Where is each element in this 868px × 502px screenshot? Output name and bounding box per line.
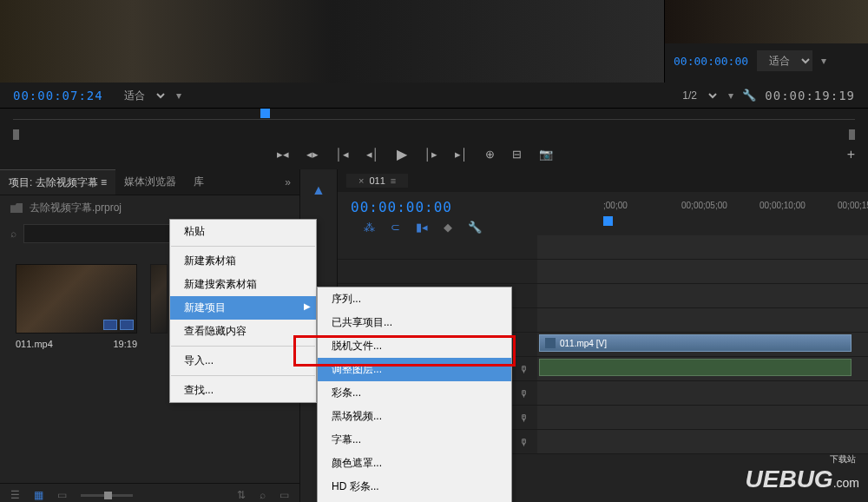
menu-view-hidden[interactable]: 查看隐藏内容 [170,320,316,343]
project-footer: ☰ ▦ ▭ ⇅ ⌕ ▭ [0,483,299,502]
mark-out-icon[interactable]: ◂▸ [306,148,319,161]
project-filename: 去除视频字幕.prproj [30,201,122,215]
mic-icon[interactable]: 🎙 [519,364,529,374]
search-icon: ⌕ [10,228,16,240]
submenu-color-matte[interactable]: 颜色遮罩... [318,452,511,475]
menu-find[interactable]: 查找... [170,379,316,402]
program-thumb[interactable] [665,0,868,43]
thumb-size-slider[interactable] [81,494,133,497]
tab-library[interactable]: 库 [185,169,213,195]
video-badge-icon [103,320,117,330]
submenu-captions[interactable]: 字幕... [318,428,511,452]
out-mark[interactable] [849,129,855,140]
audio-clip[interactable] [539,359,852,376]
fit-dropdown[interactable]: 适合 [112,87,168,104]
play-icon[interactable]: ▶ [397,146,407,162]
snap-icon[interactable]: ⁂ [364,221,375,234]
list-view-icon[interactable]: ☰ [10,489,20,501]
submenu-shared-project[interactable]: 已共享项目... [318,311,511,334]
preview-area: 00:00:00:00 适合 ▾ [0,0,868,83]
sequence-tab[interactable]: × 011 ≡ [346,174,408,188]
folder-icon [10,203,23,213]
thumb-image[interactable] [16,264,137,334]
context-submenu-new-item: 序列... 已共享项目... 脱机文件... 调整图层... 彩条... 黑场视… [317,287,512,502]
mic-icon[interactable]: 🎙 [519,388,529,399]
go-in-icon[interactable]: │◂ [336,148,349,161]
mic-icon[interactable]: 🎙 [519,437,529,447]
submenu-adjustment-layer[interactable]: 调整图层... [318,358,511,381]
tab-project[interactable]: 项目: 去除视频字幕 ≡ [0,169,115,195]
project-item[interactable]: 011.mp4 19:19 [16,264,137,349]
chevron-right-icon: ▶ [304,301,311,311]
fx-badge-icon [545,338,556,348]
playback-controls: ▸◂ ◂▸ │◂ ◂│ ▶ │▸ ▸│ ⊕ ⊟ 📷 + [0,139,868,169]
menu-new-item[interactable]: 新建项目▶ [170,296,316,320]
wrench-icon[interactable]: 🔧 [742,89,756,102]
freeform-view-icon[interactable]: ▭ [57,489,67,501]
tab-media-browser[interactable]: 媒体浏览器 [115,169,185,195]
selection-tool-icon[interactable]: ▲ [305,176,332,204]
linked-sel-icon[interactable]: ⊂ [391,221,400,234]
program-monitor: 00:00:00:00 适合 ▾ [664,0,868,83]
timeline-playhead[interactable] [603,216,613,226]
zoom-dropdown[interactable]: 1/2 [670,87,720,104]
insert-icon[interactable]: ⊕ [485,148,495,161]
duration-timecode: 00:00:19:19 [765,89,855,102]
overwrite-icon[interactable]: ⊟ [512,148,522,161]
menu-new-bin[interactable]: 新建素材箱 [170,249,316,273]
icon-view-icon[interactable]: ▦ [34,489,43,501]
program-fit-dropdown[interactable]: 适合 [757,50,812,71]
project-tabs: 项目: 去除视频字幕 ≡ 媒体浏览器 库 » [0,169,299,195]
menu-new-search-bin[interactable]: 新建搜索素材箱 [170,273,316,296]
submenu-countdown[interactable]: 通用倒计时片头... [318,499,511,502]
close-icon[interactable]: × [358,175,364,186]
step-fwd-icon[interactable]: │▸ [424,148,437,161]
timeline-timecode[interactable]: 00:00:00:00 [351,192,495,215]
step-back-icon[interactable]: ◂│ [366,148,379,161]
go-out-icon[interactable]: ▸│ [455,148,468,161]
in-mark[interactable] [13,129,19,140]
sort-icon[interactable]: ⇅ [237,489,246,501]
project-path: 去除视频字幕.prproj [0,195,299,221]
submenu-sequence[interactable]: 序列... [318,287,511,311]
settings-icon[interactable]: ◆ [444,221,452,234]
menu-paste[interactable]: 粘贴 [170,220,316,243]
mic-icon[interactable]: 🎙 [519,413,529,423]
menu-import[interactable]: 导入... [170,349,316,373]
viewer-controls: 00:00:07:24 适合 ▾ 1/2 ▾ 🔧 00:00:19:19 [0,83,868,109]
context-menu: 粘贴 新建素材箱 新建搜索素材箱 新建项目▶ 查看隐藏内容 导入... 查找..… [169,219,317,403]
submenu-offline-file[interactable]: 脱机文件... [318,334,511,358]
source-timecode[interactable]: 00:00:07:24 [13,89,103,102]
submenu-hd-bars[interactable]: HD 彩条... [318,475,511,499]
watermark-sub: 下载站 [830,453,856,466]
watermark: UEBUG.com [746,466,859,493]
marker-icon[interactable]: ▮◂ [416,221,428,234]
wrench-icon[interactable]: 🔧 [468,221,482,234]
submenu-bars[interactable]: 彩条... [318,381,511,405]
tabs-overflow-icon[interactable]: » [276,176,299,188]
add-button-icon[interactable]: + [847,147,855,162]
audio-badge-icon [120,320,134,330]
project-item[interactable] [150,264,168,349]
mark-in-icon[interactable]: ▸◂ [277,148,289,161]
source-monitor[interactable] [0,0,664,83]
thumb-duration: 19:19 [113,339,137,349]
source-ruler[interactable] [0,109,868,139]
program-timecode[interactable]: 00:00:00:00 [674,55,748,68]
timeline-ruler[interactable]: ;00;00 00;00;05;00 00;00;10;00 00;00;15;… [603,192,868,235]
thumb-name: 011.mp4 [16,339,53,349]
new-bin-icon[interactable]: ▭ [279,489,289,501]
submenu-black-video[interactable]: 黑场视频... [318,405,511,428]
source-playhead[interactable] [260,109,270,118]
find-icon[interactable]: ⌕ [260,489,266,501]
export-frame-icon[interactable]: 📷 [539,148,553,161]
video-clip[interactable]: 011.mp4 [V] [539,334,852,352]
